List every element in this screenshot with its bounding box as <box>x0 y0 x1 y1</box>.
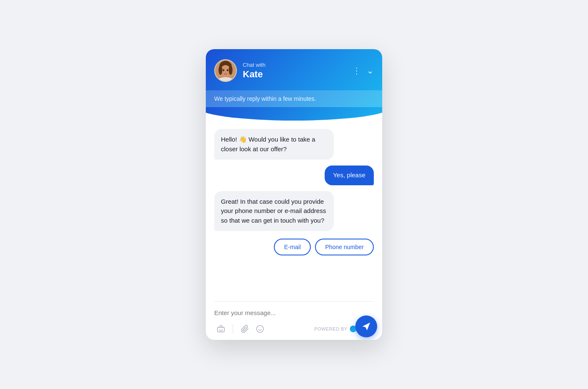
emoji-icon[interactable] <box>253 322 267 336</box>
quick-replies: E-mail Phone number <box>214 239 374 255</box>
bot-icon[interactable] <box>214 322 228 336</box>
message-text-3: Great! In that case could you provide yo… <box>221 197 327 226</box>
svg-point-8 <box>227 69 228 71</box>
chat-toolbar: POWERED BY TIDIO <box>214 322 374 336</box>
attachment-icon[interactable] <box>238 322 252 336</box>
chat-header: Chat with Kate ⋮ ⌄ We typically reply wi… <box>206 49 382 107</box>
message-bubble-1: Hello! 👋 Would you like to take a closer… <box>214 129 334 160</box>
svg-point-9 <box>225 72 226 73</box>
message-text-2: Yes, please <box>333 171 365 180</box>
toolbar-divider <box>233 324 233 334</box>
status-message: We typically reply within a few minutes. <box>214 95 374 102</box>
chat-messages: Hello! 👋 Would you like to take a closer… <box>206 121 382 297</box>
svg-point-13 <box>257 326 264 333</box>
svg-rect-10 <box>218 327 225 332</box>
quick-reply-email[interactable]: E-mail <box>274 239 311 255</box>
svg-point-7 <box>223 69 225 71</box>
wave-decoration <box>206 107 382 121</box>
svg-point-6 <box>228 66 232 75</box>
header-actions: ⋮ ⌄ <box>352 66 374 75</box>
message-bubble-2: Yes, please <box>325 166 374 185</box>
status-bar: We typically reply within a few minutes. <box>206 90 382 107</box>
agent-info: Chat with Kate <box>243 62 265 80</box>
toolbar-icons <box>214 322 267 336</box>
message-bubble-3: Great! In that case could you provide yo… <box>214 191 334 231</box>
chat-with-label: Chat with <box>243 62 265 68</box>
message-input[interactable] <box>214 308 374 318</box>
send-button[interactable] <box>355 315 377 337</box>
chevron-down-icon[interactable]: ⌄ <box>367 66 374 75</box>
chat-widget: Chat with Kate ⋮ ⌄ We typically reply wi… <box>206 49 382 340</box>
quick-reply-phone[interactable]: Phone number <box>315 239 374 255</box>
svg-point-12 <box>222 329 223 330</box>
powered-by-label: POWERED BY <box>314 326 347 331</box>
chat-input-area: POWERED BY TIDIO <box>206 302 382 340</box>
message-text-1: Hello! 👋 Would you like to take a closer… <box>221 135 327 154</box>
more-options-icon[interactable]: ⋮ <box>352 66 361 75</box>
agent-name: Kate <box>243 69 265 80</box>
svg-point-11 <box>219 329 220 330</box>
svg-point-5 <box>218 66 222 75</box>
agent-avatar <box>214 59 237 82</box>
